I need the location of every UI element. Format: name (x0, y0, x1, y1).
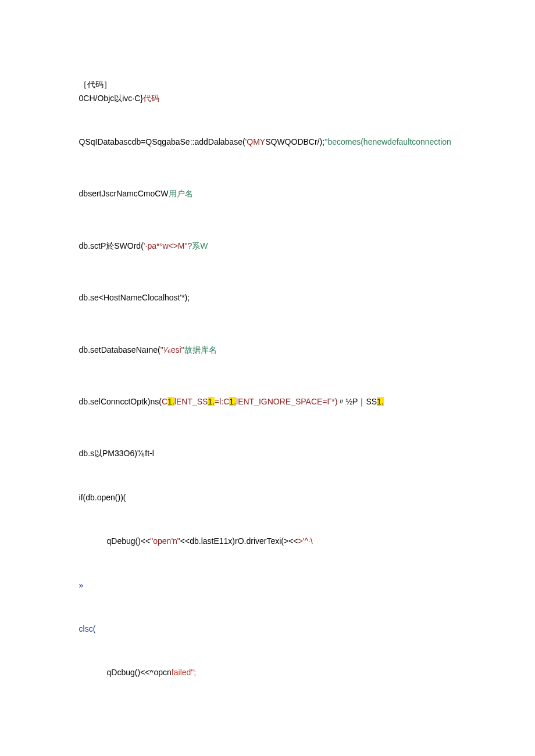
text: failed"; (172, 668, 196, 677)
text: db.sctP於SWOrd( (79, 241, 144, 250)
text: SQWQODBCr/); (265, 137, 324, 146)
text: » (79, 581, 84, 590)
text: dbsertJscrNamcCmoCW (79, 189, 169, 198)
text: C (162, 397, 167, 406)
text: db.setDatabaseNaıne( (79, 345, 160, 354)
text: ［代码］ (79, 80, 112, 89)
text: lENT_IGNORE_SPACE=Γ*) (236, 397, 337, 406)
text: qDcbug()<<ʷopcn (107, 668, 172, 677)
keyword-text: 代码 (143, 94, 159, 103)
code-line: QSqIDatabascdb=QSqgabaSe::addDalabase('Q… (70, 121, 465, 163)
text: clsc( (79, 624, 96, 633)
text: 〃½P｜SS (337, 397, 377, 406)
text: 0CH/Objc以ivc·C} (79, 94, 143, 103)
code-line: ［代码］ 0CH/Objc以ivc·C}代码 (70, 64, 465, 119)
text: qDebug()<< (107, 536, 151, 546)
highlight: 1. (208, 397, 215, 406)
code-line: dbsertJscrNamcCmoCW用户名 (70, 174, 465, 215)
highlight: 1. (167, 397, 174, 406)
string-text: '·pa*ˢw<>M"? (144, 241, 192, 250)
code-line: db.s以PM33O6)"⁄₆ft-l (70, 433, 465, 475)
highlight: 1. (229, 397, 236, 406)
code-line: if(db.open())( (70, 477, 465, 518)
comment-text: ''becomes(henewdefaultconnection (324, 137, 451, 146)
text: lENT_SS (174, 397, 208, 406)
text: =l:C (215, 397, 229, 406)
comment-text: 系W (192, 241, 208, 250)
string-text: "open'n" (150, 536, 180, 546)
code-line: qDebug()<<"open'n"<<db.lastE11x)rO.drive… (70, 521, 465, 562)
highlight: 1. (377, 397, 384, 406)
text: <<db.lastE11x)rO.driverTexi(><< (180, 536, 298, 546)
code-line: db.se<HostNameClocalhost'*); (70, 277, 465, 318)
text: QSqIDatabascdb=QSqgabaSe::addDalabase( (79, 137, 245, 146)
code-line: qDcbug()<<ʷopcnfailed"; (70, 652, 465, 693)
document-page: ［代码］ 0CH/Objc以ivc·C}代码 QSqIDatabascdb=QS… (0, 0, 535, 756)
code-line: clsc( (70, 608, 465, 650)
text: if(db.open())( (79, 493, 126, 502)
comment-text: 用户名 (169, 189, 193, 198)
string-text: 'QMY (245, 137, 266, 146)
text: db.se<HostNameClocalhost'*); (79, 293, 190, 302)
code-line: db.selConncctOptk)ns(C1.lENT_SS1.=l:C1.l… (70, 381, 465, 422)
code-line: db.setDatabaseNaıne("¹⁄₆esi"故据库名 (70, 329, 465, 371)
string-text: >'^·\ (298, 536, 313, 546)
text: db.selConncctOptk)ns( (79, 397, 162, 406)
code-line: » (70, 565, 465, 606)
string-text: "¹⁄₆esi" (160, 345, 184, 354)
code-line: db.sctP於SWOrd('·pa*ˢw<>M"?系W (70, 225, 465, 267)
comment-text: 故据库名 (184, 345, 217, 354)
text: db.s以PM33O6)"⁄₆ft-l (79, 449, 154, 458)
